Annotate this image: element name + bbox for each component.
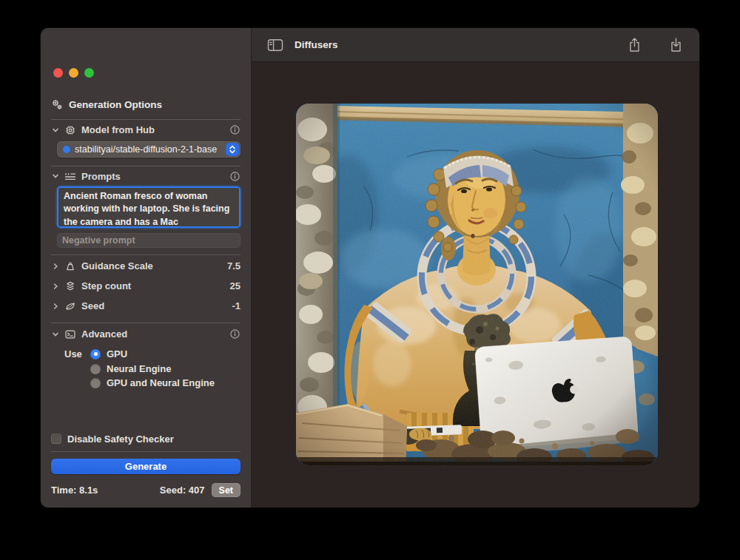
status-bar: Time: 8.1s Seed: 407 Set [51,483,240,497]
share-icon [628,37,641,53]
text-quote-icon [64,170,76,182]
fresco-illustration [296,104,658,465]
stack-3d-icon [64,280,76,292]
negative-prompt-input[interactable] [57,233,240,248]
divider [51,451,240,452]
generate-button[interactable]: Generate [51,459,240,474]
radio-row-gpu-and-neural-engine[interactable]: GPU and Neural Engine [64,376,240,390]
gears-icon [51,98,63,110]
chevron-right-icon [51,283,59,290]
step-count-row[interactable]: Step count 25 [51,276,240,296]
chevron-down-icon [51,126,59,134]
model-section-label: Model from Hub [81,124,155,135]
step-count-value: 25 [230,280,240,291]
traffic-lights [53,68,94,78]
seed-label: Seed [81,300,104,311]
chevron-right-icon [51,303,59,310]
zoom-button[interactable] [84,68,94,78]
sidebar-toggle-button[interactable] [266,36,284,54]
use-label: Use [64,348,84,360]
main-area: Diffusers [252,28,699,507]
minimize-button[interactable] [69,68,78,78]
close-button[interactable] [53,68,63,78]
sidebar: Generation Options Model from Hub [41,28,252,507]
sidebar-bottom: Disable Safety Checker Generate Time: 8.… [51,431,240,497]
guidance-scale-label: Guidance Scale [81,260,153,271]
canvas-area [252,62,699,507]
advanced-section-label: Advanced [81,328,127,340]
model-status-dot [63,146,70,153]
app-title: Diffusers [295,39,338,50]
step-count-label: Step count [81,280,131,291]
divider [51,323,240,323]
radio-gpu[interactable] [90,349,101,360]
seed-row[interactable]: Seed -1 [51,296,240,316]
radio-gpu-and-neural-engine[interactable] [90,378,101,388]
model-select[interactable]: stabilityai/stable-diffusion-2-1-base [57,141,240,158]
info-icon[interactable] [229,328,240,340]
prompts-section-row[interactable]: Prompts [51,166,240,186]
prompt-input[interactable]: Ancient Roman fresco of woman working wi… [57,186,240,228]
safety-checker-row[interactable]: Disable Safety Checker [51,431,240,446]
compute-units-group: Use GPU Neural Engine GPU and Neural Eng… [51,346,240,390]
chevron-down-icon [51,172,59,180]
model-select-value: stabilityai/stable-diffusion-2-1-base [75,144,221,155]
radio-neural-engine-label: Neural Engine [107,363,171,374]
radio-neural-engine[interactable] [90,364,101,374]
radio-row-neural-engine[interactable]: Neural Engine [64,362,240,376]
radio-gpu-and-neural-engine-label: GPU and Neural Engine [107,377,215,388]
generated-image [296,104,658,465]
advanced-section-row[interactable]: Advanced [51,324,240,344]
safety-checkbox[interactable] [51,434,61,444]
generation-options-header: Generation Options [51,96,240,112]
divider [51,254,240,255]
time-status: Time: 8.1s [51,485,98,496]
guidance-scale-row[interactable]: Guidance Scale 7.5 [51,256,240,276]
generation-options-title: Generation Options [69,99,162,110]
titlebar: Diffusers [252,28,699,62]
info-icon[interactable] [229,171,240,182]
popup-stepper-icon [226,143,239,156]
radio-row-gpu[interactable]: Use GPU [64,346,240,362]
prompts-section-label: Prompts [81,171,121,182]
seed-status: Seed: 407 [160,485,205,496]
radio-gpu-label: GPU [107,348,127,360]
chevron-right-icon [51,263,59,270]
info-icon[interactable] [229,124,240,135]
leaf-icon [64,300,76,312]
share-button[interactable] [625,36,643,54]
scale-weight-icon [64,260,76,272]
terminal-icon [64,328,76,340]
set-seed-button[interactable]: Set [212,483,240,497]
sidebar-toggle-icon [267,38,283,52]
guidance-scale-value: 7.5 [227,260,240,271]
download-icon [670,37,682,53]
save-button[interactable] [667,36,684,54]
chevron-down-icon [51,331,59,338]
app-window: Generation Options Model from Hub [41,28,699,507]
model-section-row[interactable]: Model from Hub [51,120,240,140]
safety-checkbox-label: Disable Safety Checker [67,434,174,445]
seed-value: -1 [232,300,240,311]
chip-icon [64,124,76,136]
